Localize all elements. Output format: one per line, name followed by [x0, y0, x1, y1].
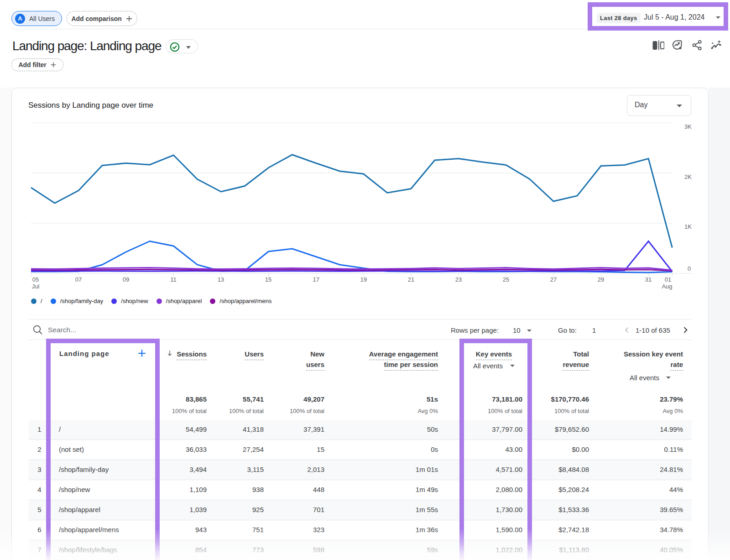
- svg-text:23: 23: [455, 276, 462, 283]
- svg-text:29: 29: [598, 276, 604, 283]
- svg-text:15: 15: [265, 276, 271, 283]
- svg-text:0: 0: [688, 265, 691, 272]
- svg-text:19: 19: [360, 276, 367, 283]
- svg-text:11: 11: [170, 276, 177, 283]
- svg-text:09: 09: [123, 276, 129, 283]
- svg-text:07: 07: [75, 276, 82, 283]
- svg-text:Jul: Jul: [32, 283, 40, 290]
- svg-text:01: 01: [665, 276, 671, 283]
- svg-text:3K: 3K: [684, 123, 692, 130]
- svg-text:27: 27: [550, 276, 557, 283]
- svg-text:2K: 2K: [684, 173, 692, 180]
- svg-text:05: 05: [32, 276, 39, 283]
- svg-text:21: 21: [408, 276, 414, 283]
- svg-text:Aug: Aug: [662, 283, 672, 290]
- svg-text:1K: 1K: [684, 223, 692, 230]
- svg-text:25: 25: [503, 276, 509, 283]
- svg-text:13: 13: [218, 276, 224, 283]
- svg-text:17: 17: [313, 276, 319, 283]
- svg-text:31: 31: [645, 276, 652, 283]
